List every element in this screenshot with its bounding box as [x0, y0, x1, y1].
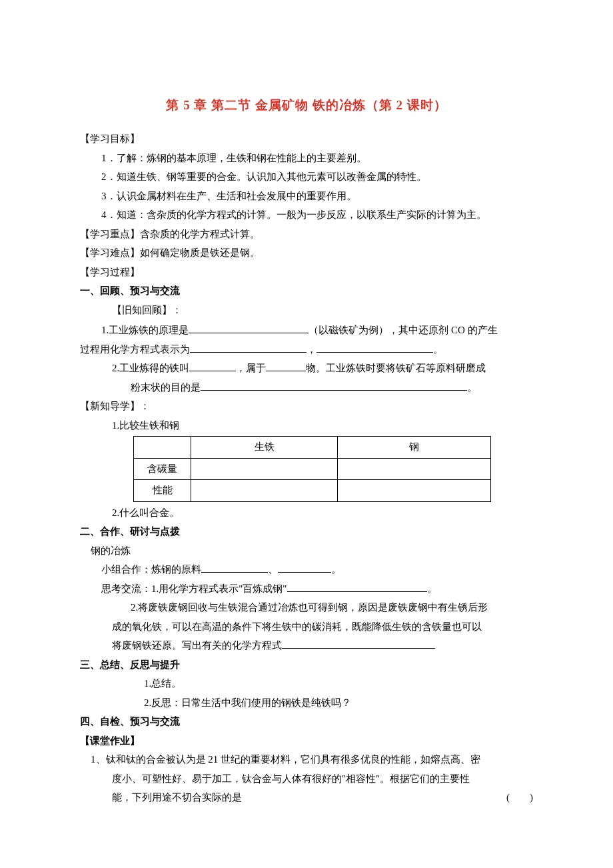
learning-difficulty: 【学习难点】如何确定物质是铁还是钢。 — [80, 243, 533, 263]
new-guide-item-2: 2.什么叫合金。 — [80, 503, 533, 523]
cell-input[interactable] — [338, 458, 491, 480]
page-title: 第 5 章 第二节 金属矿物 铁的冶炼（第 2 课时） — [80, 93, 533, 117]
learning-process-header: 【学习过程】 — [80, 263, 533, 282]
text: 。 — [427, 583, 437, 594]
think-exchange-2-l2: 成的氧化铁，可以在高温的条件下将生铁中的碳消耗，既能降低生铁的含铁量也可以 — [80, 617, 533, 637]
blank-input[interactable] — [287, 582, 427, 592]
text: 。 — [433, 344, 443, 355]
text: ， — [306, 344, 316, 355]
review-q2-line2: 粉末状的目的是。 — [80, 378, 533, 397]
think-exchange-2-l3: 将废钢铁还原。写出有关的化学方程式 — [80, 636, 533, 655]
text: 物。工业炼铁时要将铁矿石等原料研磨成 — [306, 363, 486, 373]
old-review-header: 【旧知回顾】： — [80, 301, 533, 320]
text: 将废钢铁还原。写出有关的化学方程式 — [112, 640, 282, 651]
think-exchange-1: 思考交流：1.用化学方程式表示"百炼成钢"。 — [80, 579, 533, 599]
text: ，属于 — [236, 363, 266, 373]
text: 思考交流：1.用化学方程式表示"百炼成钢" — [101, 583, 287, 594]
text: 小组合作：炼钢的原料 — [101, 564, 201, 575]
classwork-header: 【课堂作业】 — [80, 731, 533, 751]
table-row: 含碳量 — [134, 458, 491, 480]
new-guide-item-1: 1.比较生铁和钢 — [80, 416, 533, 435]
blank-input[interactable] — [201, 381, 467, 391]
review-q1-line2: 过程用化学方程式表示为，。 — [80, 340, 533, 359]
new-guide-header: 【新知导学】： — [80, 397, 533, 416]
answer-paren[interactable]: ( ) — [506, 788, 533, 807]
question-1-l2: 度小、可塑性好、易于加工，钛合金与人体有很好的"相容性"。根据它们的主要性 — [80, 769, 533, 789]
cell-header: 钢 — [338, 437, 491, 459]
table-row: 生铁 钢 — [134, 437, 491, 459]
blank-input[interactable] — [266, 361, 306, 371]
goal-item: 4．知道：含杂质的化学方程式的计算。一般为一步反应，以联系生产实际的计算为主。 — [80, 205, 533, 225]
blank-input[interactable] — [201, 563, 268, 573]
blank-input[interactable] — [278, 563, 331, 573]
cell-input[interactable] — [191, 458, 338, 480]
cell-input[interactable] — [338, 480, 491, 502]
review-q2-line1: 2.工业炼得的铁叫，属于物。工业炼铁时要将铁矿石等原料研磨成 — [80, 359, 533, 378]
cooperation-line: 小组合作：炼钢的原料、。 — [80, 560, 533, 579]
cell-header: 生铁 — [191, 437, 338, 459]
goal-item: 2．知道生铁、钢等重要的合金。认识加入其他元素可以改善金属的特性。 — [80, 167, 533, 187]
text: 能，下列用途不切合实际的是 — [112, 792, 242, 803]
cell-input[interactable] — [191, 480, 338, 502]
goal-item: 3．认识金属材料在生产、生活和社会发展中的重要作用。 — [80, 187, 533, 206]
text: 。 — [467, 382, 477, 393]
section-4-header: 四、自检、预习与交流 — [80, 712, 533, 731]
text: 、 — [268, 564, 278, 575]
section-3-header: 三、总结、反思与提升 — [80, 655, 533, 675]
blank-input[interactable] — [190, 343, 306, 353]
compare-table: 生铁 钢 含碳量 性能 — [133, 436, 491, 502]
text: （以磁铁矿为例），其中还原剂 CO 的产生 — [308, 325, 497, 335]
text: 2.工业炼得的铁叫 — [112, 363, 189, 373]
table-row: 性能 — [134, 480, 491, 502]
goal-item: 1．了解：炼钢的基本原理，生铁和钢在性能上的主要差别。 — [80, 149, 533, 168]
summary-item: 1.总结。 — [80, 674, 533, 693]
cell-blank — [134, 437, 191, 459]
reflect-item: 2.反思：日常生活中我们使用的钢铁是纯铁吗？ — [80, 693, 533, 713]
text: 1.工业炼铁的原理是 — [101, 325, 189, 335]
blank-input[interactable] — [282, 639, 435, 649]
learning-goal-header: 【学习目标】 — [80, 129, 533, 149]
review-q1-line1: 1.工业炼铁的原理是（以磁铁矿为例），其中还原剂 CO 的产生 — [80, 321, 533, 340]
think-exchange-2-l1: 2.将废铁废钢回收与生铁混合通过冶炼也可得到钢，原因是废铁废钢中有生锈后形 — [80, 598, 533, 617]
text: 。 — [331, 564, 341, 575]
section-1-header: 一、回顾、预习与交流 — [80, 281, 533, 301]
question-1-l1: 1、钛和钛的合金被认为是 21 世纪的重要材料，它们具有很多优良的性能，如熔点高… — [80, 750, 533, 769]
blank-input[interactable] — [189, 361, 236, 371]
learning-focus: 【学习重点】含杂质的化学方程式计算。 — [80, 225, 533, 244]
cell-label: 性能 — [134, 480, 191, 502]
text: 过程用化学方程式表示为 — [80, 344, 190, 355]
text: 粉末状的目的是 — [131, 382, 201, 393]
section-2-header: 二、合作、研讨与点拨 — [80, 522, 533, 541]
blank-input[interactable] — [316, 343, 433, 353]
blank-input[interactable] — [189, 323, 308, 333]
cell-label: 含碳量 — [134, 458, 191, 480]
steel-subheader: 钢的冶炼 — [80, 541, 533, 561]
question-1-l3: 能，下列用途不切合实际的是 ( ) — [80, 788, 533, 807]
